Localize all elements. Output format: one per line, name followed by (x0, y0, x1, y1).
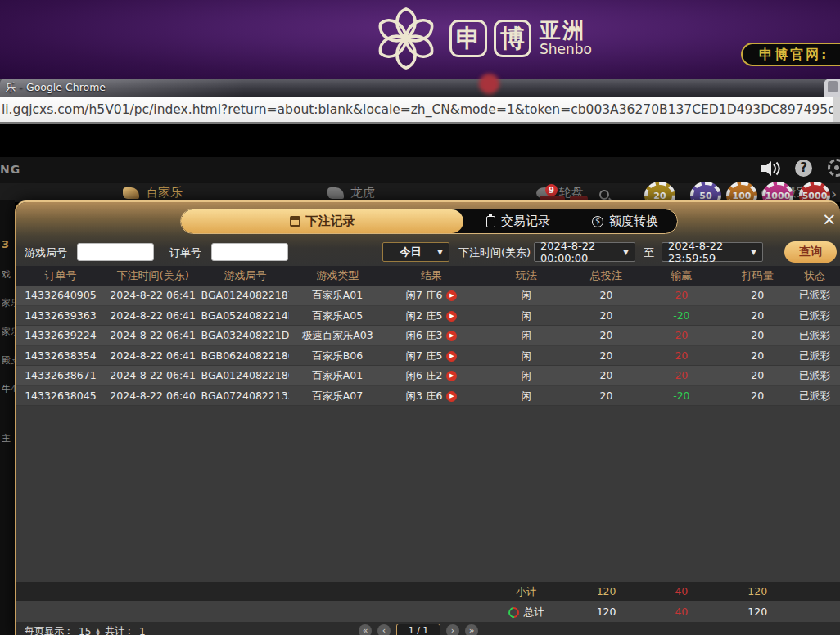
play-video-icon[interactable]: ▶ (446, 351, 457, 362)
help-glyph: ? (800, 160, 807, 175)
tab-transaction-records[interactable]: 交易记录 (463, 209, 573, 233)
play-video-icon[interactable]: ▶ (446, 290, 457, 301)
sidebar-fragment: 戏 (2, 268, 11, 281)
date-from-value: 2024-8-22 00:00:00 (540, 240, 618, 264)
order-input[interactable] (211, 243, 288, 261)
chip-next-glyph: › (831, 185, 837, 202)
left-edge-strip: 3 戏 家乐 家乐 殿支 牛4 主 (0, 200, 15, 635)
close-icon[interactable]: × (822, 211, 837, 228)
table-row: 14332638354 2024-8-22 06:41 BGB062408221… (16, 346, 840, 367)
col-result: 结果 (386, 266, 477, 286)
play-glyph: ▶ (449, 332, 454, 339)
col-bet-time: 下注时间(美东) (105, 266, 201, 286)
play-video-icon[interactable]: ▶ (446, 311, 457, 322)
result-text: 闲2 庄5 (406, 309, 443, 322)
table-row: 14332639224 2024-8-22 06:41 BGA032408221… (16, 326, 840, 346)
cell-bet-time: 2024-8-22 06:41 (105, 326, 201, 345)
cell-result: 闲3 庄6▶ (386, 386, 477, 406)
next-page-button[interactable]: › (446, 624, 459, 635)
nav-item-dragontiger[interactable]: 龙虎 (327, 185, 375, 200)
volume-icon[interactable] (761, 160, 781, 177)
nav-label: 龙虎 (350, 185, 375, 200)
table-row: 14332638045 2024-8-22 06:40 BGA072408221… (16, 386, 840, 407)
search-icon[interactable] (599, 190, 609, 200)
cell-status: 已派彩 (789, 306, 840, 326)
subtotal-label: 小计 (477, 582, 576, 601)
cell-play: 闲 (477, 386, 576, 406)
prev-page-button[interactable]: ‹ (377, 624, 391, 635)
cell-game-type: 百家乐B06 (289, 346, 386, 366)
cell-turnover: 20 (725, 366, 789, 385)
play-video-icon[interactable]: ▶ (446, 391, 457, 402)
cell-turnover: 20 (725, 386, 789, 406)
browser-titlebar[interactable]: 乐 - Google Chrome (0, 79, 840, 97)
first-page-button[interactable]: « (359, 624, 372, 635)
per-page-spinner[interactable]: ▲ ▼ (96, 628, 100, 635)
nav-item-baccarat[interactable]: 百家乐 (123, 185, 183, 200)
refresh-icon[interactable] (506, 605, 521, 619)
play-video-icon[interactable]: ▶ (446, 371, 457, 381)
per-page-label: 每页显示： (25, 624, 74, 635)
spinner-down-icon[interactable]: ▼ (96, 632, 100, 635)
search-button[interactable]: 查询 (784, 241, 837, 263)
order-label: 订单号 (169, 245, 201, 260)
cell-status: 已派彩 (789, 366, 840, 385)
date-preset-select[interactable]: 今日 ▼ (382, 242, 449, 262)
url-text: li.gqjcxs.com/h5V01/pc/index.html?return… (2, 102, 840, 117)
cell-result: 闲7 庄5▶ (386, 346, 477, 366)
tab-label: 交易记录 (501, 214, 550, 229)
cell-win-loss: 20 (637, 286, 725, 305)
browser-url-bar[interactable]: li.gqjcxs.com/h5V01/pc/index.html?return… (0, 97, 840, 124)
cell-round-id: BGA01240822186 (201, 366, 290, 385)
cell-result: 闲7 庄6▶ (386, 286, 477, 305)
cell-bet-time: 2024-8-22 06:41 (105, 366, 201, 385)
game-logo-fragment: NG (0, 163, 20, 176)
cell-bet-time: 2024-8-22 06:40 (105, 386, 201, 406)
cell-result: 闲6 庄2▶ (386, 366, 477, 385)
browser-window-title: 乐 - Google Chrome (6, 81, 106, 95)
tab-label: 下注记录 (306, 214, 355, 229)
round-input[interactable] (77, 243, 154, 261)
tab-bet-records[interactable]: 下注记录 (181, 209, 463, 233)
chip-value: 5000 (802, 191, 828, 201)
last-page-button[interactable]: » (465, 624, 478, 635)
logo-region-text: 亚洲 (540, 20, 592, 42)
pager-buttons: « ‹ 1 / 1 › » (359, 624, 478, 635)
preset-value: 今日 (400, 245, 422, 259)
cell-turnover: 20 (725, 346, 789, 366)
col-round-id: 游戏局号 (201, 266, 290, 286)
nav-label: 百家乐 (146, 185, 183, 200)
chip-scroll-arrow[interactable]: › (831, 185, 837, 202)
tab-label: 额度转换 (609, 214, 658, 229)
count-label: 共计： (105, 624, 134, 635)
play-video-icon[interactable]: ▶ (446, 331, 457, 341)
cell-play: 闲 (477, 366, 576, 385)
cell-order-id: 14332638671 (16, 366, 105, 385)
chip-value: 100 (733, 191, 752, 201)
count-value: 1 (139, 626, 146, 635)
cell-play: 闲 (477, 286, 576, 305)
tab-credit-transfer[interactable]: $ 额度转换 (573, 209, 677, 233)
cell-play: 闲 (477, 306, 576, 326)
cell-win-loss: 20 (637, 326, 725, 345)
cell-turnover: 20 (725, 286, 789, 305)
bet-records-modal: 下注记录 交易记录 $ 额度转换 × 游戏局号 订单号 今日 ▼ 下注时间(美东… (15, 200, 840, 635)
total-turnover: 120 (725, 601, 789, 622)
settings-gear-icon[interactable] (828, 159, 840, 177)
table-row: 14332638671 2024-8-22 06:41 BGA012408221… (16, 366, 840, 386)
official-site-button[interactable]: 申博官网: (741, 43, 840, 66)
subtotal-row: 小计 120 40 120 (16, 582, 840, 601)
page-indicator: 1 / 1 (396, 624, 440, 635)
notice-badge: 9 (545, 184, 558, 196)
bet-time-label: 下注时间(美东) (458, 245, 531, 260)
date-from-select[interactable]: 2024-8-22 00:00:00 ▼ (534, 242, 635, 262)
date-to-select[interactable]: 2024-8-22 23:59:59 ▼ (662, 242, 763, 262)
play-glyph: ▶ (449, 372, 454, 379)
cell-status: 已派彩 (789, 346, 840, 366)
flower-logo-icon (373, 5, 440, 72)
scrollbar-nub[interactable] (833, 97, 840, 122)
subtotal-winloss: 40 (637, 582, 725, 601)
play-glyph: ▶ (449, 292, 454, 299)
help-icon[interactable]: ? (795, 160, 812, 177)
total-label-cell: 总计 (477, 601, 576, 622)
